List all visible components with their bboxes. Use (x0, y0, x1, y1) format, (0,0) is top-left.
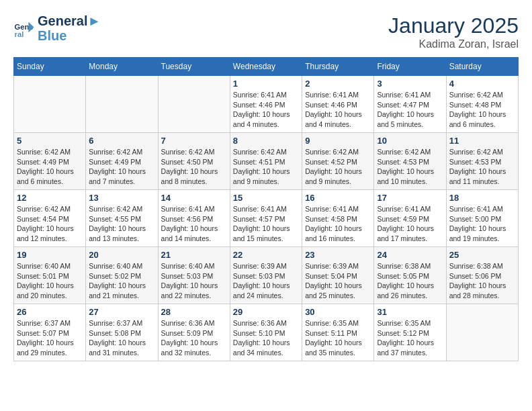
calendar-week-row: 12Sunrise: 6:42 AM Sunset: 4:54 PM Dayli… (14, 190, 519, 247)
calendar-cell: 6Sunrise: 6:42 AM Sunset: 4:49 PM Daylig… (86, 133, 158, 190)
calendar-cell: 7Sunrise: 6:42 AM Sunset: 4:50 PM Daylig… (158, 133, 230, 190)
calendar-cell: 25Sunrise: 6:38 AM Sunset: 5:06 PM Dayli… (446, 247, 518, 304)
weekday-header: Sunday (14, 58, 86, 76)
calendar-cell: 31Sunrise: 6:35 AM Sunset: 5:12 PM Dayli… (374, 304, 446, 361)
calendar-cell (14, 76, 86, 133)
day-number: 19 (17, 250, 83, 260)
calendar-week-row: 26Sunrise: 6:37 AM Sunset: 5:07 PM Dayli… (14, 304, 519, 361)
calendar-cell: 30Sunrise: 6:35 AM Sunset: 5:11 PM Dayli… (302, 304, 374, 361)
day-info: Sunrise: 6:37 AM Sunset: 5:08 PM Dayligh… (89, 318, 154, 358)
day-info: Sunrise: 6:35 AM Sunset: 5:12 PM Dayligh… (377, 318, 443, 358)
day-info: Sunrise: 6:42 AM Sunset: 4:51 PM Dayligh… (233, 147, 299, 187)
day-info: Sunrise: 6:39 AM Sunset: 5:03 PM Dayligh… (233, 261, 299, 301)
calendar-cell: 24Sunrise: 6:38 AM Sunset: 5:05 PM Dayli… (374, 247, 446, 304)
day-info: Sunrise: 6:41 AM Sunset: 4:46 PM Dayligh… (305, 90, 371, 130)
day-number: 4 (449, 79, 515, 89)
day-info: Sunrise: 6:42 AM Sunset: 4:50 PM Dayligh… (161, 147, 227, 187)
weekday-header-row: SundayMondayTuesdayWednesdayThursdayFrid… (14, 58, 519, 76)
day-info: Sunrise: 6:38 AM Sunset: 5:06 PM Dayligh… (449, 261, 515, 301)
day-number: 3 (377, 79, 443, 89)
day-number: 10 (377, 136, 443, 146)
day-info: Sunrise: 6:41 AM Sunset: 5:00 PM Dayligh… (449, 204, 515, 244)
svg-text:ral: ral (15, 30, 24, 38)
day-info: Sunrise: 6:42 AM Sunset: 4:49 PM Dayligh… (89, 147, 154, 187)
calendar-cell (446, 304, 518, 361)
day-info: Sunrise: 6:37 AM Sunset: 5:07 PM Dayligh… (17, 318, 83, 358)
day-number: 20 (89, 250, 154, 260)
day-info: Sunrise: 6:36 AM Sunset: 5:09 PM Dayligh… (161, 318, 227, 358)
day-info: Sunrise: 6:39 AM Sunset: 5:04 PM Dayligh… (305, 261, 371, 301)
calendar-cell: 28Sunrise: 6:36 AM Sunset: 5:09 PM Dayli… (158, 304, 230, 361)
weekday-header: Wednesday (230, 58, 302, 76)
day-info: Sunrise: 6:41 AM Sunset: 4:59 PM Dayligh… (377, 204, 443, 244)
day-info: Sunrise: 6:42 AM Sunset: 4:53 PM Dayligh… (449, 147, 515, 187)
day-number: 11 (449, 136, 515, 146)
day-info: Sunrise: 6:42 AM Sunset: 4:52 PM Dayligh… (305, 147, 371, 187)
day-number: 16 (305, 193, 371, 203)
calendar-cell: 22Sunrise: 6:39 AM Sunset: 5:03 PM Dayli… (230, 247, 302, 304)
day-number: 31 (377, 307, 443, 317)
day-number: 12 (17, 193, 83, 203)
calendar-cell: 13Sunrise: 6:42 AM Sunset: 4:55 PM Dayli… (86, 190, 158, 247)
day-number: 23 (305, 250, 371, 260)
day-number: 18 (449, 193, 515, 203)
day-number: 25 (449, 250, 515, 260)
day-info: Sunrise: 6:42 AM Sunset: 4:48 PM Dayligh… (449, 90, 515, 130)
calendar-cell: 15Sunrise: 6:41 AM Sunset: 4:57 PM Dayli… (230, 190, 302, 247)
day-number: 14 (161, 193, 227, 203)
weekday-header: Friday (374, 58, 446, 76)
day-number: 6 (89, 136, 154, 146)
weekday-header: Thursday (302, 58, 374, 76)
day-number: 21 (161, 250, 227, 260)
day-number: 15 (233, 193, 299, 203)
calendar-cell: 19Sunrise: 6:40 AM Sunset: 5:01 PM Dayli… (14, 247, 86, 304)
calendar-cell: 11Sunrise: 6:42 AM Sunset: 4:53 PM Dayli… (446, 133, 518, 190)
day-info: Sunrise: 6:42 AM Sunset: 4:54 PM Dayligh… (17, 204, 83, 244)
calendar-cell: 26Sunrise: 6:37 AM Sunset: 5:07 PM Dayli… (14, 304, 86, 361)
day-number: 17 (377, 193, 443, 203)
day-info: Sunrise: 6:40 AM Sunset: 5:03 PM Dayligh… (161, 261, 227, 301)
title-block: January 2025 Kadima Zoran, Israel (388, 13, 519, 50)
day-number: 7 (161, 136, 227, 146)
day-info: Sunrise: 6:40 AM Sunset: 5:01 PM Dayligh… (17, 261, 83, 301)
day-info: Sunrise: 6:41 AM Sunset: 4:47 PM Dayligh… (377, 90, 443, 130)
day-number: 2 (305, 79, 371, 89)
calendar-cell: 23Sunrise: 6:39 AM Sunset: 5:04 PM Dayli… (302, 247, 374, 304)
calendar-cell: 21Sunrise: 6:40 AM Sunset: 5:03 PM Dayli… (158, 247, 230, 304)
month-title: January 2025 (388, 13, 519, 38)
calendar-cell: 1Sunrise: 6:41 AM Sunset: 4:46 PM Daylig… (230, 76, 302, 133)
calendar-cell: 27Sunrise: 6:37 AM Sunset: 5:08 PM Dayli… (86, 304, 158, 361)
calendar-week-row: 5Sunrise: 6:42 AM Sunset: 4:49 PM Daylig… (14, 133, 519, 190)
calendar-cell: 12Sunrise: 6:42 AM Sunset: 4:54 PM Dayli… (14, 190, 86, 247)
day-number: 1 (233, 79, 299, 89)
location: Kadima Zoran, Israel (388, 38, 519, 50)
logo: Gene ral General► Blue (13, 13, 101, 43)
calendar-cell: 4Sunrise: 6:42 AM Sunset: 4:48 PM Daylig… (446, 76, 518, 133)
calendar-cell: 29Sunrise: 6:36 AM Sunset: 5:10 PM Dayli… (230, 304, 302, 361)
day-info: Sunrise: 6:42 AM Sunset: 4:55 PM Dayligh… (89, 204, 154, 244)
day-info: Sunrise: 6:41 AM Sunset: 4:56 PM Dayligh… (161, 204, 227, 244)
day-info: Sunrise: 6:40 AM Sunset: 5:02 PM Dayligh… (89, 261, 154, 301)
calendar-cell: 3Sunrise: 6:41 AM Sunset: 4:47 PM Daylig… (374, 76, 446, 133)
day-info: Sunrise: 6:38 AM Sunset: 5:05 PM Dayligh… (377, 261, 443, 301)
calendar-cell (158, 76, 230, 133)
calendar-cell: 17Sunrise: 6:41 AM Sunset: 4:59 PM Dayli… (374, 190, 446, 247)
day-info: Sunrise: 6:42 AM Sunset: 4:53 PM Dayligh… (377, 147, 443, 187)
day-info: Sunrise: 6:41 AM Sunset: 4:58 PM Dayligh… (305, 204, 371, 244)
calendar-cell: 5Sunrise: 6:42 AM Sunset: 4:49 PM Daylig… (14, 133, 86, 190)
day-number: 5 (17, 136, 83, 146)
calendar-cell: 8Sunrise: 6:42 AM Sunset: 4:51 PM Daylig… (230, 133, 302, 190)
day-number: 27 (89, 307, 154, 317)
calendar-cell: 20Sunrise: 6:40 AM Sunset: 5:02 PM Dayli… (86, 247, 158, 304)
calendar-week-row: 19Sunrise: 6:40 AM Sunset: 5:01 PM Dayli… (14, 247, 519, 304)
logo-icon: Gene ral (13, 17, 35, 39)
calendar-cell: 10Sunrise: 6:42 AM Sunset: 4:53 PM Dayli… (374, 133, 446, 190)
day-number: 9 (305, 136, 371, 146)
page-header: Gene ral General► Blue January 2025 Kadi… (13, 13, 519, 50)
calendar-cell: 2Sunrise: 6:41 AM Sunset: 4:46 PM Daylig… (302, 76, 374, 133)
day-info: Sunrise: 6:35 AM Sunset: 5:11 PM Dayligh… (305, 318, 371, 358)
day-number: 24 (377, 250, 443, 260)
day-info: Sunrise: 6:41 AM Sunset: 4:57 PM Dayligh… (233, 204, 299, 244)
day-info: Sunrise: 6:41 AM Sunset: 4:46 PM Dayligh… (233, 90, 299, 130)
day-number: 22 (233, 250, 299, 260)
